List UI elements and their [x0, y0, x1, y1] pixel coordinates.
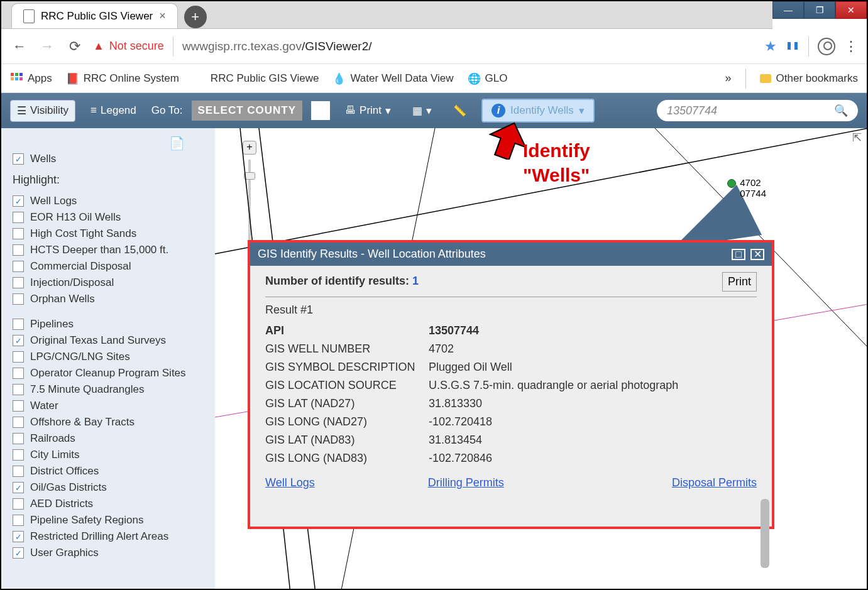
forward-button[interactable]: → [38, 38, 57, 55]
page-icon [193, 72, 206, 85]
layer-label: Offshore & Bay Tracts [30, 416, 135, 429]
layer-checkbox[interactable]: 7.5 Minute Quadrangles [13, 381, 204, 398]
disposal-permits-link[interactable]: Disposal Permits [672, 476, 757, 489]
chevron-down-icon: ▾ [385, 104, 391, 117]
layer-checkbox[interactable]: Injection/Disposal [13, 275, 204, 291]
layer-checkbox[interactable]: User Graphics [13, 545, 204, 561]
back-button[interactable]: ← [10, 38, 29, 55]
checkbox-icon [13, 195, 24, 207]
maximize-popup-icon[interactable]: □ [732, 249, 745, 260]
layer-checkbox[interactable]: Operator Cleanup Program Sites [13, 365, 204, 381]
visibility-button[interactable]: ☰Visibility [10, 100, 75, 122]
export-pdf-icon[interactable]: 📄 [13, 136, 204, 151]
close-tab-icon[interactable]: × [159, 9, 166, 23]
county-field[interactable] [311, 101, 330, 120]
browser-tabs: RRC Public GIS Viewer × + [1, 1, 772, 29]
tab-active[interactable]: RRC Public GIS Viewer × [11, 3, 178, 28]
bookmark-item[interactable]: 📕RRC Online System [66, 72, 179, 85]
county-select[interactable]: SELECT COUNTY [192, 101, 303, 121]
checkbox-icon [13, 277, 24, 288]
layer-checkbox[interactable]: Water [13, 398, 204, 414]
overflow-chevron-icon[interactable]: » [725, 72, 732, 85]
layer-checkbox[interactable]: HCTS Deeper than 15,000 ft. [13, 242, 204, 258]
layer-checkbox[interactable]: Railroads [13, 430, 204, 447]
security-indicator[interactable]: ▲ Not secure [93, 40, 164, 53]
layer-label: Pipelines [30, 318, 74, 331]
minimize-button[interactable]: — [772, 1, 804, 19]
legend-button[interactable]: ≡Legend [84, 101, 143, 121]
result-row: GIS LOCATION SOURCEU.S.G.S 7.5-min. quad… [265, 376, 757, 395]
layer-checkbox[interactable]: District Offices [13, 463, 204, 479]
wells-checkbox[interactable]: Wells [13, 151, 204, 167]
account-icon[interactable] [818, 38, 835, 55]
layer-checkbox[interactable]: Restricted Drilling Alert Areas [13, 528, 204, 545]
address-bar: ← → ⟳ ▲ Not secure wwwgisp.rrc.texas.gov… [1, 29, 867, 64]
bookmark-star-icon[interactable]: ★ [764, 38, 777, 55]
print-button[interactable]: 🖶Print▾ [339, 101, 397, 121]
layer-checkbox[interactable]: Commercial Disposal [13, 258, 204, 275]
checkbox-icon [13, 244, 24, 256]
identify-wells-button[interactable]: iIdentify Wells▾ [481, 99, 595, 123]
bookmark-item[interactable]: 💧Water Well Data View [332, 72, 453, 85]
layer-checkbox[interactable]: Original Texas Land Surveys [13, 332, 204, 349]
layer-label: Well Logs [30, 195, 77, 207]
maximize-button[interactable]: ❐ [804, 1, 835, 19]
apps-button[interactable]: Apps [10, 72, 52, 85]
result-row: API13507744 [265, 322, 757, 340]
layer-checkbox[interactable]: High Cost Tight Sands [13, 226, 204, 242]
print-results-button[interactable]: Print [722, 272, 757, 292]
layer-checkbox[interactable]: Well Logs [13, 193, 204, 209]
search-icon[interactable]: 🔍 [834, 104, 848, 117]
checkbox-icon [13, 449, 24, 461]
result-header: Result #1 [265, 297, 757, 317]
layer-checkbox[interactable]: Pipelines [13, 316, 204, 332]
checkbox-icon [13, 433, 24, 444]
layer-label: District Offices [30, 465, 99, 478]
search-input[interactable] [667, 104, 828, 117]
popup-title: GIS Identify Results - Well Location Att… [258, 248, 486, 261]
extension-icon[interactable] [786, 40, 799, 53]
bookmark-item[interactable]: RRC Public GIS Viewe [193, 72, 319, 85]
reload-button[interactable]: ⟳ [65, 38, 84, 55]
layer-label: Oil/Gas Districts [30, 481, 107, 494]
layer-checkbox[interactable]: LPG/CNG/LNG Sites [13, 349, 204, 365]
layer-checkbox[interactable]: Orphan Wells [13, 291, 204, 307]
scrollbar-thumb[interactable] [761, 499, 769, 568]
checkbox-icon [13, 400, 24, 412]
layer-label: High Cost Tight Sands [30, 227, 136, 240]
layer-checkbox[interactable]: Pipeline Safety Regions [13, 512, 204, 528]
window-controls: — ❐ ✕ [772, 1, 867, 19]
well-logs-link[interactable]: Well Logs [265, 476, 315, 489]
grid-tool-button[interactable]: ▦▾ [406, 101, 438, 121]
layer-checkbox[interactable]: Offshore & Bay Tracts [13, 414, 204, 430]
layer-label: 7.5 Minute Quadrangles [30, 383, 144, 396]
result-row: GIS LONG (NAD83)-102.720846 [265, 449, 757, 467]
layer-checkbox[interactable]: EOR H13 Oil Wells [13, 209, 204, 226]
checkbox-icon [13, 417, 24, 428]
divider [808, 36, 809, 57]
layer-checkbox[interactable]: City Limits [13, 447, 204, 463]
bookmark-icon: 💧 [332, 72, 345, 85]
measure-button[interactable]: 📏 [447, 101, 473, 121]
info-icon: i [492, 104, 505, 117]
drilling-permits-link[interactable]: Drilling Permits [428, 476, 504, 489]
layer-label: Operator Cleanup Program Sites [30, 367, 186, 380]
layer-checkbox[interactable]: AED Districts [13, 496, 204, 512]
checkbox-icon [13, 351, 24, 363]
sidebar: 📄 Wells Highlight: Well LogsEOR H13 Oil … [1, 128, 215, 589]
layer-checkbox[interactable]: Oil/Gas Districts [13, 479, 204, 496]
other-bookmarks-button[interactable]: Other bookmarks [760, 72, 858, 85]
popup-header[interactable]: GIS Identify Results - Well Location Att… [250, 243, 772, 266]
close-popup-icon[interactable]: ✕ [750, 249, 764, 260]
url-field[interactable]: wwwgisp.rrc.texas.gov/GISViewer2/ [182, 40, 372, 53]
layer-label: Railroads [30, 432, 75, 445]
not-secure-label: Not secure [109, 40, 164, 53]
menu-icon[interactable]: ⋮ [844, 38, 858, 55]
well-marker[interactable]: 470207744 [727, 177, 766, 199]
bookmark-item[interactable]: 🌐GLO [468, 72, 508, 85]
bookmark-icon: 📕 [66, 72, 79, 85]
layer-label: EOR H13 Oil Wells [30, 211, 121, 224]
close-window-button[interactable]: ✕ [835, 1, 867, 19]
new-tab-button[interactable]: + [184, 6, 207, 28]
well-dot-icon [727, 179, 736, 188]
